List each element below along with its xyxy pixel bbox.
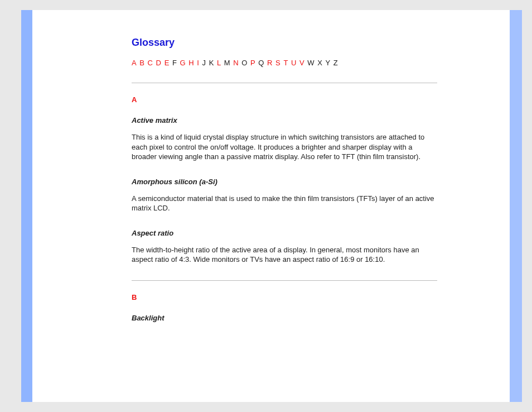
- section-divider: [132, 280, 437, 281]
- alpha-link-y: Y: [325, 59, 331, 67]
- alpha-link-z: Z: [333, 59, 339, 67]
- alpha-link-v[interactable]: V: [299, 59, 306, 67]
- alpha-link-j: J: [202, 59, 207, 67]
- term-body: This is a kind of liquid crystal display…: [132, 132, 437, 162]
- glossary-entry: Aspect ratio The width-to-height ratio o…: [132, 229, 437, 265]
- glossary-entry: Backlight: [132, 314, 437, 322]
- document-page: Glossary A B C D E F G H I J K L M N O P…: [32, 10, 510, 402]
- decorative-bar-left: [21, 10, 32, 402]
- alpha-link-s[interactable]: S: [275, 59, 282, 67]
- alpha-link-m: M: [224, 59, 231, 67]
- alpha-link-h[interactable]: H: [188, 59, 195, 67]
- alpha-link-r[interactable]: R: [267, 59, 273, 67]
- alpha-link-f: F: [172, 59, 178, 67]
- glossary-entry: Amorphous silicon (a-Si) A semiconductor…: [132, 178, 437, 213]
- alpha-index: A B C D E F G H I J K L M N O P Q R S T …: [132, 59, 437, 67]
- alpha-link-n[interactable]: N: [233, 59, 239, 67]
- glossary-entry: Active matrix This is a kind of liquid c…: [132, 116, 437, 162]
- alpha-link-i[interactable]: I: [197, 59, 200, 67]
- alpha-link-e[interactable]: E: [165, 59, 171, 67]
- term-title: Aspect ratio: [132, 229, 437, 237]
- alpha-link-w: W: [307, 59, 315, 67]
- term-title: Active matrix: [132, 116, 437, 124]
- alpha-link-k: K: [209, 59, 215, 67]
- section-letter-a: A: [132, 95, 437, 104]
- alpha-link-x: X: [317, 59, 323, 67]
- alpha-link-b[interactable]: B: [139, 59, 146, 67]
- section-divider: [132, 83, 437, 83]
- alpha-link-t[interactable]: T: [283, 59, 289, 67]
- term-title: Backlight: [132, 314, 437, 322]
- alpha-link-q: Q: [258, 59, 265, 67]
- term-title: Amorphous silicon (a-Si): [132, 178, 437, 186]
- alpha-link-p[interactable]: P: [250, 59, 257, 67]
- term-body: The width-to-height ratio of the active …: [132, 245, 437, 265]
- section-letter-b: B: [132, 293, 437, 301]
- alpha-link-l[interactable]: L: [217, 59, 222, 67]
- alpha-link-c[interactable]: C: [148, 59, 154, 67]
- alpha-link-u[interactable]: U: [291, 59, 297, 67]
- alpha-link-o: O: [241, 59, 248, 67]
- page-title: Glossary: [132, 37, 437, 49]
- alpha-link-d[interactable]: D: [156, 59, 162, 67]
- alpha-link-a[interactable]: A: [132, 59, 138, 67]
- term-body: A semiconductor material that is used to…: [132, 194, 437, 213]
- decorative-bar-right: [510, 10, 522, 402]
- alpha-link-g[interactable]: G: [180, 59, 187, 67]
